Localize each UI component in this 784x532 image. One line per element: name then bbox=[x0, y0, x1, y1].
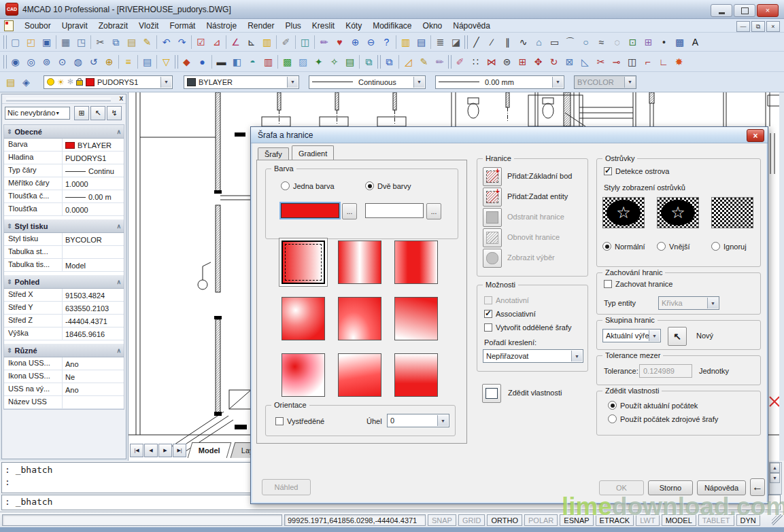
coordinates-display[interactable]: 99925.1971,641856.0298,-44404.4371 bbox=[284, 514, 426, 526]
cut-icon[interactable]: ✂ bbox=[92, 35, 108, 50]
lineweight-combo-arrow[interactable]: ▼ bbox=[552, 77, 563, 88]
radio-outer[interactable]: Vnější bbox=[657, 242, 690, 251]
polygon-icon[interactable]: ⌂ bbox=[531, 35, 547, 50]
dialog-close-button[interactable]: × bbox=[747, 129, 764, 142]
property-row[interactable]: Střed Z -44404.4371 bbox=[4, 315, 124, 327]
open-file-icon[interactable]: ◰ bbox=[23, 35, 39, 50]
use-source-origin-radio[interactable]: Použít počátek zdrojové šrafy bbox=[608, 414, 718, 423]
paste-special-icon[interactable]: ⧉ bbox=[361, 54, 377, 69]
script-icon[interactable]: ≣ bbox=[432, 35, 448, 50]
retain-boundaries-checkbox[interactable]: Zachovat hranice bbox=[604, 280, 672, 288]
zoom-window-icon[interactable]: ◉ bbox=[7, 54, 23, 69]
help-icon[interactable]: ? bbox=[379, 35, 394, 50]
Formát[interactable]: Formát bbox=[164, 20, 201, 32]
toggle-ortho[interactable]: ORTHO bbox=[487, 514, 522, 526]
render-preview-icon[interactable]: ◪ bbox=[448, 35, 464, 50]
color-one-swatch[interactable] bbox=[281, 203, 339, 218]
gradient-inverted-hemispherical[interactable] bbox=[338, 353, 381, 397]
lineweight-combo[interactable]: 0.00 mm ▼ bbox=[435, 75, 564, 89]
radio-normal-icon[interactable] bbox=[602, 242, 611, 251]
scale-icon[interactable]: ◺ bbox=[577, 54, 593, 69]
use-current-origin-radio[interactable]: Použít aktuální počátek bbox=[608, 401, 698, 410]
copy-icon[interactable]: ⧉ bbox=[108, 35, 124, 50]
color-one-browse-button[interactable]: ... bbox=[342, 203, 357, 219]
zoom-in-icon[interactable]: ⊕ bbox=[347, 35, 363, 50]
selection-filter-combo[interactable]: Nic nevybráno ▼ bbox=[5, 107, 70, 120]
layer-thaw-icon[interactable]: ☀ bbox=[57, 78, 65, 86]
property-row[interactable]: Barva BYLAYER bbox=[4, 139, 124, 152]
mirror-icon[interactable]: ⋈ bbox=[483, 54, 499, 69]
move-icon[interactable]: ✥ bbox=[530, 54, 546, 69]
mdi-close-icon[interactable]: × bbox=[766, 21, 780, 32]
toolbar-grip[interactable] bbox=[447, 54, 452, 69]
property-row[interactable]: Typ čáry Continu bbox=[4, 164, 124, 177]
circle-icon[interactable]: ○ bbox=[578, 35, 594, 50]
radio-ignore-icon[interactable] bbox=[711, 242, 720, 251]
island-detection-checkbox[interactable]: Detekce ostrova bbox=[604, 167, 669, 175]
linetype-combo-arrow[interactable]: ▼ bbox=[413, 77, 424, 88]
section-header-obecne[interactable]: ⇕ Obecné ∧ bbox=[4, 125, 124, 139]
zoom-object-icon[interactable]: ◍ bbox=[70, 54, 86, 69]
insert-block-icon[interactable]: ⊡ bbox=[625, 35, 641, 50]
gradient-inverted-spherical[interactable] bbox=[282, 353, 325, 397]
property-row[interactable]: Měřítko čáry 1.0000 bbox=[4, 177, 124, 190]
quick-select-icon[interactable]: ▽ bbox=[158, 54, 174, 69]
spline-icon[interactable]: ≈ bbox=[594, 35, 609, 50]
use-current-origin-radio-icon[interactable] bbox=[608, 401, 617, 410]
associative-checkbox[interactable]: Associativní bbox=[484, 310, 536, 318]
extend-icon[interactable]: ⊸ bbox=[609, 54, 624, 69]
property-row[interactable]: Tabulka tis... Model bbox=[4, 259, 124, 272]
fillet-icon[interactable]: ⌐ bbox=[640, 54, 655, 69]
collapse-icon[interactable]: ∧ bbox=[116, 128, 121, 135]
Vložit[interactable]: Vložit bbox=[133, 20, 164, 32]
dialog-title-bar[interactable]: Šrafa a hranice × bbox=[251, 127, 768, 143]
linetype-combo[interactable]: Continuous ▼ bbox=[309, 75, 426, 89]
zoom-extents-icon[interactable]: ⊕ bbox=[101, 54, 117, 69]
island-style-outer-preview[interactable]: ☆ bbox=[657, 197, 699, 228]
mdi-minimize-icon[interactable]: — bbox=[736, 21, 750, 32]
property-row[interactable]: Tloušťka 0.0000 bbox=[4, 203, 124, 216]
layer-select-combo[interactable]: ☀ ✻ PUDORYS1 ▼ bbox=[44, 75, 173, 89]
mdi-restore-icon[interactable]: ⧉ bbox=[751, 21, 765, 32]
gradient-linear[interactable] bbox=[282, 241, 325, 284]
layer-states-icon[interactable]: ▥ bbox=[259, 35, 275, 50]
retain-boundaries-checkbox-icon[interactable] bbox=[604, 280, 612, 288]
layer-combo-arrow[interactable]: ▼ bbox=[160, 77, 171, 88]
inherit-properties-button[interactable] bbox=[482, 384, 501, 403]
angle-combo[interactable]: 0 ▼ bbox=[387, 414, 449, 427]
zoom-center-icon[interactable]: ⊙ bbox=[54, 54, 70, 69]
toolbar-grip[interactable] bbox=[464, 35, 468, 50]
window-minimize-button[interactable] bbox=[711, 4, 732, 17]
save-icon[interactable]: ▣ bbox=[39, 35, 54, 50]
entity-snap-icon[interactable]: ∠ bbox=[228, 35, 243, 50]
gradient-hemispherical[interactable] bbox=[338, 297, 381, 340]
separate-hatches-checkbox[interactable]: Vytvořit oddělené šrafy bbox=[484, 323, 571, 332]
toolbar-grip[interactable] bbox=[3, 54, 7, 69]
copy-objects-icon[interactable]: ⧉ bbox=[381, 54, 397, 69]
radio-outer-icon[interactable] bbox=[657, 242, 666, 251]
Nástroje[interactable]: Nástroje bbox=[201, 20, 242, 32]
tab-next-icon[interactable]: ▶ bbox=[158, 444, 172, 457]
color-combo-arrow[interactable]: ▼ bbox=[287, 77, 298, 88]
Modifikace[interactable]: Modifikace bbox=[367, 20, 417, 32]
format-painter-icon[interactable]: ✎ bbox=[139, 35, 155, 50]
new-boundary-set-button[interactable]: ↖ bbox=[668, 327, 687, 346]
erase-icon[interactable]: ✐ bbox=[452, 54, 468, 69]
zoom-dynamic-icon[interactable]: ◎ bbox=[23, 54, 39, 69]
collapse-icon[interactable]: ∧ bbox=[116, 279, 121, 285]
add-pick-point-button[interactable] bbox=[483, 167, 502, 186]
sketch-icon[interactable]: ✐ bbox=[278, 35, 294, 50]
make-block-icon[interactable]: ⊞ bbox=[641, 35, 656, 50]
edit-text-icon[interactable]: ✏ bbox=[432, 54, 447, 69]
layers-manager-icon[interactable]: ≡ bbox=[120, 54, 136, 69]
trim-icon[interactable]: ✂ bbox=[593, 54, 609, 69]
gradient-curved[interactable] bbox=[394, 297, 438, 340]
paste-icon[interactable]: ▤ bbox=[124, 35, 139, 50]
ucs-icon[interactable]: ⊾ bbox=[243, 35, 259, 50]
property-row[interactable]: Výška 18465.9616 bbox=[4, 327, 124, 340]
toolbar-grip[interactable] bbox=[174, 54, 179, 69]
property-row[interactable]: Název USS bbox=[4, 396, 124, 409]
explode-icon[interactable]: ✸ bbox=[671, 54, 687, 69]
tab-srafy[interactable]: Šrafy bbox=[258, 147, 289, 160]
style-pen-icon[interactable]: ✏ bbox=[316, 35, 332, 50]
